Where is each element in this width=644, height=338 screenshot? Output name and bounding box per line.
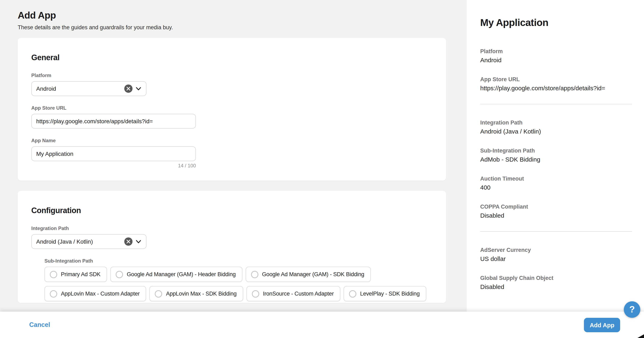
radio-icon	[116, 271, 123, 278]
summary-field-auction-timeout: Auction Timeout 400	[480, 175, 632, 191]
app-store-url-label: App Store URL	[31, 105, 432, 111]
platform-field: Platform Android	[31, 73, 432, 96]
radio-icon	[251, 271, 258, 278]
app-store-url-field: App Store URL	[31, 105, 432, 129]
summary-divider	[480, 231, 632, 232]
clear-icon[interactable]	[124, 85, 132, 93]
summary-divider	[480, 104, 632, 104]
page-subtitle: These details are the guides and guardra…	[18, 24, 467, 31]
sub-integration-option-gam-header-bidding[interactable]: Google Ad Manager (GAM) - Header Bidding	[110, 267, 242, 282]
configuration-heading: Configuration	[31, 206, 432, 216]
chevron-down-icon	[136, 87, 141, 90]
clear-icon[interactable]	[124, 237, 132, 246]
integration-path-label: Integration Path	[31, 226, 432, 232]
app-store-url-input[interactable]	[31, 114, 196, 129]
summary-field-sub-integration-path: Sub-Integration Path AdMob - SDK Bidding	[480, 147, 632, 163]
integration-path-select-value: Android (Java / Kotlin)	[36, 238, 124, 245]
summary-title: My Application	[480, 17, 632, 29]
sub-integration-option-applovin-sdk-bidding[interactable]: AppLovin Max - SDK Bidding	[150, 286, 243, 301]
radio-icon	[252, 290, 259, 297]
app-name-label: App Name	[31, 138, 432, 144]
add-app-button[interactable]: Add App	[584, 318, 620, 332]
help-button[interactable]: ?	[624, 301, 640, 318]
sub-integration-option-ironsource-custom-adapter[interactable]: IronSource - Custom Adapter	[246, 286, 340, 301]
question-mark-icon: ?	[630, 304, 635, 315]
integration-path-field: Integration Path Android (Java / Kotlin)	[31, 226, 432, 249]
platform-label: Platform	[31, 73, 432, 79]
platform-select[interactable]: Android	[31, 81, 146, 96]
summary-field-coppa-compliant: COPPA Compliant Disabled	[480, 203, 632, 219]
cancel-button[interactable]: Cancel	[29, 321, 50, 328]
general-card: General Platform Android App Store URL	[18, 38, 446, 181]
radio-icon	[349, 290, 356, 297]
radio-icon	[155, 290, 162, 297]
summary-field-adserver-currency: AdServer Currency US dollar	[480, 247, 632, 263]
sub-integration-option-levelplay-sdk-bidding[interactable]: LevelPlay - SDK Bidding	[344, 286, 426, 301]
sub-integration-option-gam-sdk-bidding[interactable]: Google Ad Manager (GAM) - SDK Bidding	[246, 267, 371, 282]
character-counter: 14 / 100	[31, 163, 196, 169]
summary-field-integration-path: Integration Path Android (Java / Kotlin)	[480, 119, 632, 135]
add-app-page: Add App These details are the guides and…	[0, 0, 644, 338]
sub-integration-path-group: Sub-Integration Path Primary Ad SDK Goog…	[44, 258, 432, 301]
footer-bar: Cancel Add App	[0, 312, 644, 338]
summary-field-platform: Platform Android	[480, 48, 632, 64]
sub-integration-options: Primary Ad SDK Google Ad Manager (GAM) -…	[44, 267, 438, 301]
chevron-down-icon	[136, 240, 141, 243]
platform-select-value: Android	[36, 85, 124, 92]
sub-integration-option-primary-ad-sdk[interactable]: Primary Ad SDK	[44, 267, 107, 282]
summary-panel: My Application Platform Android App Stor…	[467, 0, 644, 338]
summary-field-global-supply-chain-object: Global Supply Chain Object Disabled	[480, 274, 632, 291]
radio-icon	[50, 290, 57, 297]
configuration-card: Configuration Integration Path Android (…	[18, 191, 446, 303]
summary-field-app-store-url: App Store URL https://play.google.com/st…	[480, 76, 632, 92]
general-heading: General	[31, 53, 432, 63]
main-form-area: Add App These details are the guides and…	[0, 0, 467, 338]
integration-path-select[interactable]: Android (Java / Kotlin)	[31, 234, 146, 249]
radio-icon	[50, 271, 57, 278]
app-name-input[interactable]	[31, 146, 196, 161]
app-name-field: App Name 14 / 100	[31, 138, 432, 169]
page-title: Add App	[18, 9, 467, 22]
sub-integration-option-applovin-custom-adapter[interactable]: AppLovin Max - Custom Adapter	[44, 286, 146, 301]
sub-integration-path-label: Sub-Integration Path	[44, 258, 432, 264]
